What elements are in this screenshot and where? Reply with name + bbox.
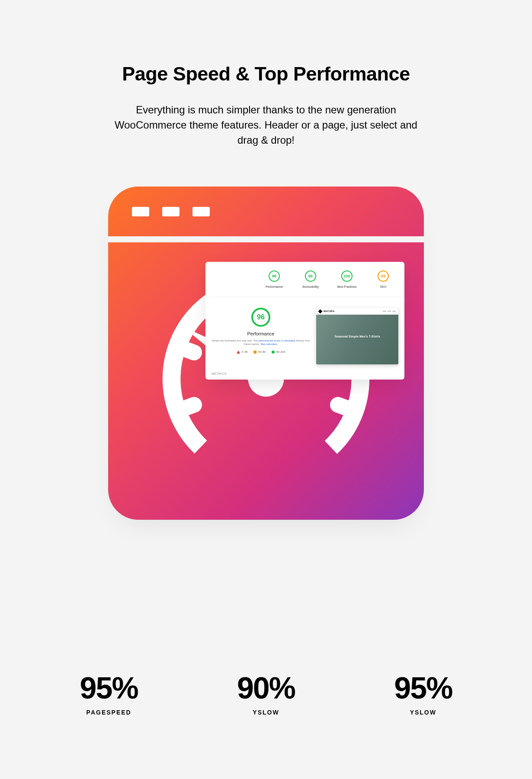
performance-title: Performance [212,331,310,336]
see-calculator-link[interactable]: See calculator. [261,343,278,345]
panel-main: 96 Performance Values are estimated and … [205,297,404,369]
stat-value: 95% [394,671,452,705]
score-ring: 100 [341,270,353,282]
stats-row: 95% PAGESPEED 90% YSLOW 95% YSLOW [0,671,532,716]
circle-icon [272,351,275,354]
metrics-label: METRICS [205,369,404,380]
score-seo: 83 SEO [370,270,397,288]
stat-label: YSLOW [394,709,452,716]
stat-label: YSLOW [237,709,295,716]
page-subtitle: Everything is much simpler thanks to the… [106,103,426,148]
svg-line-2 [179,347,194,352]
score-best-practices: 100 Best Practices [333,270,360,288]
score-ring: 95 [305,270,316,282]
big-score-ring: 96 [251,308,270,327]
score-row: 96 Performance 95 Accessibility 100 Best… [205,262,404,297]
stat-yslow-2: 95% YSLOW [394,671,452,716]
square-icon [253,351,256,354]
score-ring: 96 [269,270,280,282]
performance-description: Values are estimated and may vary. The p… [212,339,310,346]
legend: 0–49 50–89 90–100 [212,351,310,354]
score-label: Best Practices [333,285,360,288]
stat-yslow-1: 90% YSLOW [237,671,295,716]
score-ring: 83 [378,270,389,282]
window-control-icon [132,207,149,216]
svg-line-7 [338,405,353,410]
page-title: Page Speed & Top Performance [0,63,532,85]
stat-pagespeed: 95% PAGESPEED [80,671,138,716]
score-accessibility: 95 Accessibility [297,270,324,288]
panel-left: 96 Performance Values are estimated and … [212,308,310,364]
thumb-header: WACURA [316,308,398,315]
stat-label: PAGESPEED [80,709,138,716]
stat-value: 95% [80,671,138,705]
browser-title-bar [108,187,424,236]
logo-icon [318,309,323,313]
window-control-icon [192,207,210,216]
panel-right: WACURA Seasonal Simple Men's T-Shirts [316,308,398,364]
stat-value: 90% [237,671,295,705]
score-label: Accessibility [297,285,324,288]
svg-line-1 [179,405,194,410]
score-label: Performance [261,285,288,288]
thumb-caption: Seasonal Simple Men's T-Shirts [316,335,398,338]
score-performance: 96 Performance [261,270,288,288]
score-label: SEO [370,285,397,288]
score-calc-link[interactable]: performance score is calculated [259,339,295,342]
thumb-brand: WACURA [324,310,335,312]
triangle-icon [237,351,240,354]
window-control-icon [162,207,179,216]
site-thumbnail: WACURA Seasonal Simple Men's T-Shirts [316,308,398,364]
nav-icon [383,311,396,312]
lighthouse-panel: 96 Performance 95 Accessibility 100 Best… [205,262,404,380]
